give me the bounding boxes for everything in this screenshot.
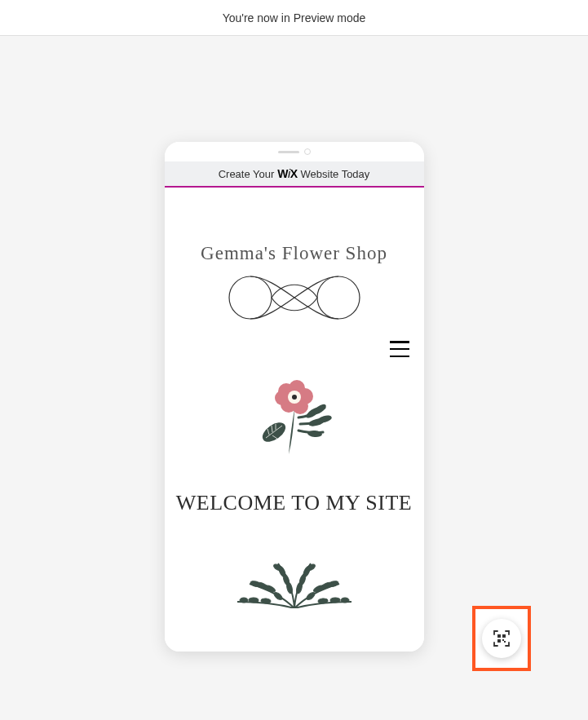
qr-scan-button[interactable]	[482, 619, 521, 658]
notch-camera	[304, 148, 311, 155]
preview-mode-label: You're now in Preview mode	[223, 11, 366, 24]
svg-rect-46	[502, 639, 504, 641]
svg-point-27	[295, 581, 303, 594]
svg-rect-47	[504, 641, 506, 643]
wix-banner-suffix: Website Today	[301, 168, 370, 180]
wix-banner-prefix: Create Your	[219, 168, 275, 180]
wix-ad-banner[interactable]: Create Your WiX Website Today	[165, 161, 424, 188]
svg-point-40	[341, 598, 349, 603]
svg-point-41	[272, 591, 283, 601]
svg-rect-43	[497, 634, 501, 638]
phone-notch	[165, 142, 424, 161]
menu-hamburger-icon[interactable]	[390, 341, 409, 357]
mobile-device-frame: Create Your WiX Website Today Gemma's Fl…	[165, 142, 424, 652]
svg-point-42	[305, 591, 316, 601]
flower-illustration-icon	[165, 377, 424, 458]
wix-logo-icon: WiX	[277, 167, 297, 180]
svg-point-38	[329, 598, 339, 603]
preview-canvas: Create Your WiX Website Today Gemma's Fl…	[0, 36, 588, 720]
svg-point-35	[248, 598, 258, 603]
svg-point-0	[229, 276, 272, 319]
svg-point-13	[275, 391, 290, 405]
svg-point-7	[307, 430, 322, 438]
svg-rect-45	[497, 639, 501, 643]
site-viewport: Gemma's Flower Shop	[165, 188, 424, 652]
fern-illustration-icon	[165, 551, 424, 608]
qr-button-highlight	[472, 606, 531, 671]
site-title: Gemma's Flower Shop	[165, 243, 424, 264]
preview-mode-bar: You're now in Preview mode	[0, 0, 588, 36]
welcome-heading: Welcome to My Site	[165, 491, 424, 515]
svg-point-31	[250, 581, 260, 588]
svg-point-37	[240, 598, 248, 603]
svg-point-34	[328, 581, 338, 588]
svg-point-23	[285, 581, 293, 594]
qr-scan-icon	[493, 629, 511, 647]
notch-speaker	[278, 151, 299, 153]
infinity-logo-icon	[165, 274, 424, 321]
svg-point-1	[317, 276, 360, 319]
svg-point-15	[292, 395, 297, 400]
svg-rect-44	[502, 634, 506, 638]
